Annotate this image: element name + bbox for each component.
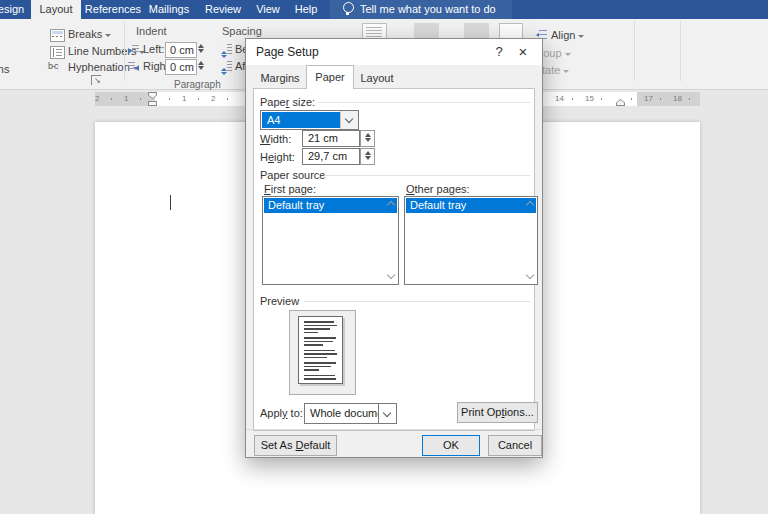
preview-page: [298, 316, 343, 384]
divider: [246, 429, 542, 430]
indent-right-icon: [128, 62, 139, 71]
indent-left-icon: [128, 45, 139, 54]
section-rule: [324, 175, 530, 176]
indent-left-input[interactable]: 0 cm: [165, 42, 197, 58]
paper-size-label: Paper size:: [260, 96, 315, 108]
print-options-button[interactable]: Print Options...: [457, 402, 538, 423]
tab-design[interactable]: Design: [0, 0, 30, 19]
scroll-down-icon[interactable]: [526, 271, 534, 279]
breaks-button[interactable]: Breaks: [68, 28, 111, 40]
ribbon-tab-bar: Design Layout References Mailings Review…: [0, 0, 768, 19]
section-rule: [318, 102, 530, 103]
width-input[interactable]: 21 cm: [302, 130, 360, 147]
group-divider: [124, 21, 125, 81]
cancel-button[interactable]: Cancel: [488, 435, 542, 456]
spacing-after-icon: [221, 61, 232, 71]
chevron-down-icon: [565, 53, 571, 56]
height-label: Height:: [260, 151, 295, 163]
help-button[interactable]: ?: [490, 43, 508, 61]
paper-size-value: A4: [262, 112, 340, 128]
height-stepper[interactable]: [360, 148, 375, 165]
list-item[interactable]: Default tray: [264, 198, 397, 213]
other-pages-label: Other pages:: [406, 183, 470, 195]
width-label: Width:: [260, 133, 291, 145]
apply-to-dropdown[interactable]: Whole document: [304, 403, 397, 424]
chevron-down-icon[interactable]: [378, 404, 396, 423]
tab-review[interactable]: Review: [200, 0, 246, 19]
word-window: Design Layout References Mailings Review…: [0, 0, 768, 514]
breaks-icon: [50, 29, 65, 42]
tab-help[interactable]: Help: [289, 0, 323, 19]
indent-right-input[interactable]: 0 cm: [165, 59, 197, 75]
spacing-title: Spacing: [222, 25, 262, 37]
width-stepper[interactable]: [360, 130, 375, 147]
group-divider: [680, 21, 681, 81]
chevron-down-icon: [105, 34, 111, 37]
tab-view[interactable]: View: [250, 0, 286, 19]
height-input[interactable]: 29,7 cm: [302, 148, 360, 165]
line-numbers-icon: [50, 46, 65, 59]
dialog-tab-layout[interactable]: Layout: [352, 69, 402, 88]
ok-button[interactable]: OK: [422, 435, 480, 456]
indent-left-label: Left:: [143, 43, 164, 55]
chevron-down-icon[interactable]: [340, 111, 358, 129]
page-setup-dialog: Page Setup ? × Margins Paper Layout Pape…: [245, 38, 543, 458]
tab-mailings[interactable]: Mailings: [144, 0, 194, 19]
indent-right-stepper[interactable]: [196, 59, 205, 75]
paper-size-dropdown[interactable]: A4: [260, 110, 359, 130]
indent-left-stepper[interactable]: [196, 42, 205, 58]
close-icon[interactable]: ×: [514, 43, 532, 61]
scroll-down-icon[interactable]: [387, 271, 395, 279]
hyphenation-icon: b-c: [48, 61, 58, 71]
dialog-tab-margins[interactable]: Margins: [254, 69, 306, 88]
align-button[interactable]: Align: [551, 29, 584, 41]
first-page-listbox[interactable]: Default tray: [262, 196, 399, 285]
paper-source-label: Paper source: [260, 169, 325, 181]
group-divider: [634, 21, 635, 81]
right-indent-marker[interactable]: [616, 99, 625, 106]
paragraph-group-label: Paragraph: [174, 79, 221, 90]
chevron-down-icon: [563, 70, 569, 73]
left-indent-marker[interactable]: [148, 101, 157, 106]
tellme-box[interactable]: Tell me what you want to do: [360, 0, 500, 19]
tab-references[interactable]: References: [84, 0, 142, 19]
section-rule: [304, 301, 530, 302]
chevron-down-icon: [578, 35, 584, 38]
list-item[interactable]: Default tray: [406, 198, 536, 213]
lightbulb-icon: [343, 2, 354, 13]
spacing-before-icon: [221, 44, 232, 54]
preview-thumbnail: [289, 310, 356, 395]
text-cursor: [170, 195, 171, 210]
apply-to-label: Apply to:: [260, 407, 303, 419]
set-as-default-button[interactable]: Set As Default: [254, 435, 337, 456]
dialog-title: Page Setup: [256, 45, 319, 59]
indent-title: Indent: [136, 25, 167, 37]
other-pages-listbox[interactable]: Default tray: [404, 196, 538, 285]
preview-label: Preview: [260, 295, 299, 307]
dialog-tab-paper[interactable]: Paper: [306, 65, 354, 89]
columns-button[interactable]: Columns: [0, 63, 9, 75]
tab-layout[interactable]: Layout: [31, 0, 81, 19]
page-setup-dialog-launcher-icon[interactable]: ↘: [91, 75, 101, 85]
first-page-label: First page:: [264, 183, 316, 195]
